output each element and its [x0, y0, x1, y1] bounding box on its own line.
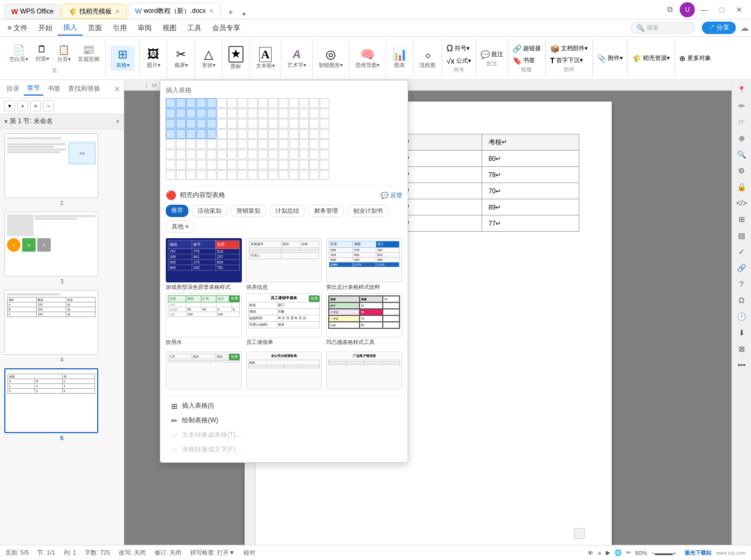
table-grid-cell[interactable] [207, 109, 216, 118]
tab-template[interactable]: 🌾 找稻壳模板 ✕ [62, 4, 127, 19]
menu-view[interactable]: 视图 [157, 21, 182, 35]
sidebar-tab-toc[interactable]: 目录 [3, 83, 23, 95]
table-grid-cell[interactable] [320, 150, 329, 159]
table-grid-cell[interactable] [299, 139, 309, 149]
menu-insert[interactable]: 插入 [58, 21, 83, 36]
table-grid-cell[interactable] [197, 109, 206, 118]
table-grid-cell[interactable] [258, 109, 268, 118]
status-view-icon2[interactable]: ≡ [598, 550, 601, 556]
tpl-tab-marketing[interactable]: 营销策划 [231, 205, 266, 217]
table-grid-cell[interactable] [289, 109, 299, 118]
table-grid-cell[interactable] [309, 170, 319, 180]
status-view-icon4[interactable]: 🌐 [614, 549, 622, 556]
table-grid-cell[interactable] [268, 129, 278, 139]
table-grid-cell[interactable] [258, 150, 268, 159]
section-header[interactable]: ▾ 第 1 节: 未命名 ▾ [0, 114, 124, 129]
status-zoom-slider[interactable]: −▬▬▬+ [652, 550, 676, 556]
table-grid-cell[interactable] [186, 98, 196, 108]
table-grid-cell[interactable] [279, 150, 288, 159]
cover-btn[interactable]: 🗒 封面▾ [32, 42, 52, 64]
table-grid-cell[interactable] [166, 170, 175, 180]
table-grid-cell[interactable] [176, 170, 186, 180]
menu-start[interactable]: 开始 [33, 21, 58, 35]
table-grid-cell[interactable] [227, 139, 237, 149]
table-grid-cell[interactable] [279, 119, 288, 129]
table-grid-cell[interactable] [217, 98, 227, 108]
table-grid-cell[interactable] [227, 160, 237, 170]
tab-doc[interactable]: W word教程（新）.docx ✕ [128, 3, 221, 19]
rt-scan-btn[interactable]: ⊠ [734, 341, 749, 356]
tab-menu[interactable]: ▾ [240, 9, 248, 19]
tpl-card-row3-2[interactable]: 全公司分析报告表 标题 [246, 352, 322, 389]
table-grid-cell[interactable] [207, 160, 216, 170]
shapes-btn[interactable]: △ 形状▾ [198, 46, 219, 71]
tab-template-close[interactable]: ✕ [115, 8, 120, 15]
rt-code-btn[interactable]: </> [734, 195, 749, 211]
tpl-card-row3-3[interactable]: 广品客户情况表 [326, 352, 402, 389]
table-grid-cell[interactable] [227, 119, 237, 129]
table-grid-cell[interactable] [289, 170, 299, 180]
table-grid-cell[interactable] [197, 160, 206, 170]
rt-layout-btn[interactable]: ▤ [734, 228, 749, 243]
table-grid-cell[interactable] [238, 98, 247, 108]
table-grid-cell[interactable] [186, 139, 196, 149]
sidebar-collapse-btn[interactable]: + [17, 100, 28, 111]
table-grid-cell[interactable] [320, 109, 329, 118]
comment-btn[interactable]: 💬批注 [478, 49, 505, 60]
blank-page-btn[interactable]: 📄 空白页▾ [6, 42, 31, 65]
table-grid-cell[interactable] [207, 119, 216, 129]
table-grid-cell[interactable] [279, 129, 288, 139]
bookmark-btn[interactable]: 🔖书签 [510, 55, 543, 66]
smartshape-btn[interactable]: ◎ 智能图形▾ [316, 46, 346, 71]
close-button[interactable]: ✕ [732, 2, 747, 17]
table-grid-cell[interactable] [299, 170, 309, 180]
table-grid-cell[interactable] [289, 119, 299, 129]
tpl-card-housing[interactable]: 房屋编号面积价格 代理人 供房信息 [246, 238, 322, 291]
tpl-tab-recommend[interactable]: 推荐 [166, 205, 188, 217]
table-grid-cell[interactable] [258, 170, 268, 180]
rt-hand-btn[interactable]: ☞ [734, 114, 749, 130]
symbol-btn[interactable]: Ω符号▾ [444, 43, 473, 55]
table-grid-cell[interactable] [186, 109, 196, 118]
tpl-card-game[interactable]: 城镇射手免费 797775516 289841237 545175604 884… [166, 238, 242, 291]
table-grid-cell[interactable] [217, 119, 227, 129]
more-btn[interactable]: ⊕更多对象 [677, 53, 713, 64]
sidebar-tab-findreplace[interactable]: 查找和替换 [65, 83, 104, 95]
table-grid-cell[interactable] [268, 170, 278, 180]
table-grid-cell[interactable] [217, 109, 227, 118]
table-grid-cell[interactable] [268, 160, 278, 170]
table-grid-cell[interactable] [320, 129, 329, 139]
sidebar-tab-chapter[interactable]: 章节 [24, 82, 43, 96]
table-grid-cell[interactable] [238, 129, 247, 139]
user-avatar[interactable]: U [680, 2, 695, 17]
table-grid-cell[interactable] [289, 150, 299, 159]
table-grid-cell[interactable] [207, 129, 216, 139]
table-grid-cell[interactable] [166, 129, 175, 139]
rt-zoom-btn[interactable]: ⊕ [734, 131, 749, 146]
table-grid-cell[interactable] [176, 109, 186, 118]
page-thumb-2[interactable]: XXXXXXXXXXXXXXXXXXXXXXXXX 表格 2 [4, 133, 119, 206]
mindmap-btn[interactable]: 🧠 思维导图▾ [353, 46, 382, 71]
table-grid-cell[interactable] [299, 150, 309, 159]
table-grid-cell[interactable] [238, 160, 247, 170]
table-grid-cell[interactable] [258, 98, 268, 108]
table-grid-cell[interactable] [217, 129, 227, 139]
table-grid-cell[interactable] [166, 98, 175, 108]
rt-scroll-up[interactable]: 📍 [734, 82, 749, 97]
tpl-tab-finance[interactable]: 财务管理 [308, 205, 344, 217]
table-grid-cell[interactable] [176, 129, 186, 139]
table-grid-cell[interactable] [227, 129, 237, 139]
table-grid-cell[interactable] [217, 160, 227, 170]
table-btn[interactable]: ⊞ 表格▾ [110, 46, 135, 71]
table-grid-cell[interactable] [248, 150, 258, 159]
tpl-card-water[interactable]: 免费 饮用 桶装 矿泉 盐水 X 水型 [166, 293, 242, 346]
table-grid-cell[interactable] [268, 139, 278, 149]
textbox-btn[interactable]: A 文本框▾ [253, 45, 278, 71]
table-grid-cell[interactable] [207, 98, 216, 108]
rt-pen-btn[interactable]: ✏ [734, 98, 749, 113]
formula-btn[interactable]: √x公式▾ [444, 56, 473, 66]
rt-search-btn[interactable]: 🔍 [734, 147, 749, 162]
sidebar-tab-bookmark[interactable]: 书签 [44, 83, 64, 95]
table-grid-cell[interactable] [227, 98, 237, 108]
rt-math-btn[interactable]: Ω [734, 293, 749, 308]
